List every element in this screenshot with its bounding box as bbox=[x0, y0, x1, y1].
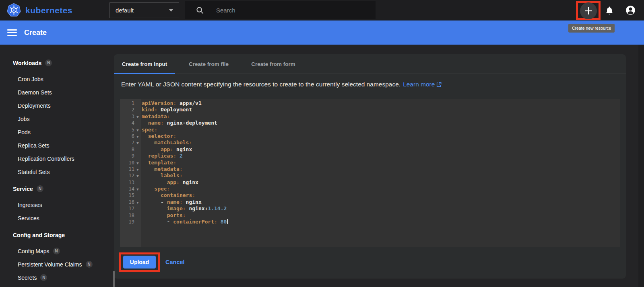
fold-arrow-icon[interactable]: ▼ bbox=[134, 133, 141, 140]
notifications-button[interactable] bbox=[604, 0, 615, 20]
code-line: 9 replicas: 2 bbox=[120, 153, 620, 159]
code-line: 5▼spec: bbox=[120, 127, 620, 133]
line-number: 15 bbox=[120, 192, 134, 199]
line-number: 2 bbox=[120, 107, 134, 113]
tab-create-from-input[interactable]: Create from input bbox=[114, 54, 175, 74]
code-line: 17 image: nginx:1.14.2 bbox=[120, 205, 620, 212]
line-number: 8 bbox=[120, 146, 134, 153]
create-panel: Create from inputCreate from fileCreate … bbox=[114, 54, 626, 279]
sidebar-group-workloads[interactable]: WorkloadsN bbox=[0, 56, 114, 70]
code-line: 16▼ - name: nginx bbox=[120, 199, 620, 205]
line-number: 13 bbox=[120, 179, 134, 186]
namespaced-badge: N bbox=[53, 248, 60, 254]
code-line: 19 - containerPort: 80 bbox=[120, 219, 620, 225]
page-scrollbar-track[interactable] bbox=[638, 45, 644, 287]
search-placeholder: Search bbox=[216, 7, 235, 14]
sidebar-item-jobs[interactable]: Jobs bbox=[0, 112, 114, 125]
app-title: kubernetes bbox=[25, 6, 72, 15]
code-lines: 1apiVersion: apps/v12kind: Deployment3▼m… bbox=[120, 99, 620, 225]
kubernetes-logo[interactable]: kubernetes bbox=[6, 3, 72, 18]
line-number: 18 bbox=[120, 212, 134, 219]
upload-button[interactable]: Upload bbox=[123, 256, 156, 269]
line-number: 4 bbox=[120, 120, 134, 126]
tab-create-from-file[interactable]: Create from file bbox=[175, 54, 242, 74]
kubernetes-dashboard: kubernetes default Search bbox=[0, 0, 644, 287]
kubernetes-logo-icon bbox=[6, 3, 21, 18]
fold-arrow-icon[interactable]: ▼ bbox=[134, 199, 141, 206]
sidebar-item-services[interactable]: Services bbox=[0, 211, 114, 225]
learn-more-label: Learn more bbox=[403, 80, 435, 89]
fold-arrow-icon[interactable]: ▼ bbox=[134, 173, 141, 179]
code-line: 6▼ selector: bbox=[120, 133, 620, 139]
fold-arrow-icon[interactable]: ▼ bbox=[134, 186, 141, 193]
sidebar-item-daemon-sets[interactable]: Daemon Sets bbox=[0, 86, 114, 99]
line-number: 6 bbox=[120, 133, 134, 139]
top-bar: kubernetes default Search bbox=[0, 0, 644, 20]
plus-icon bbox=[584, 6, 593, 15]
code-line: 11▼ metadata: bbox=[120, 166, 620, 172]
line-number: 10 bbox=[120, 160, 134, 166]
line-number: 19 bbox=[120, 219, 134, 225]
form-actions: Upload Cancel bbox=[119, 252, 185, 272]
code-line: 1apiVersion: apps/v1 bbox=[120, 100, 620, 107]
code-line: 18 ports: bbox=[120, 212, 620, 219]
fold-arrow-icon[interactable]: ▼ bbox=[134, 166, 141, 173]
tooltip-create-new-resource: Create new resource bbox=[568, 24, 615, 33]
sidebar-item-cron-jobs[interactable]: Cron Jobs bbox=[0, 72, 114, 86]
active-tab-indicator bbox=[114, 73, 175, 74]
description-row: Enter YAML or JSON content specifying th… bbox=[121, 80, 442, 89]
namespace-selector[interactable]: default bbox=[109, 2, 179, 18]
code-line: 13 app: nginx bbox=[120, 179, 620, 186]
sidebar-group-config-and-storage[interactable]: Config and Storage bbox=[0, 228, 114, 242]
line-number: 7 bbox=[120, 139, 134, 146]
sidebar-item-replication-controllers[interactable]: Replication Controllers bbox=[0, 152, 114, 165]
annotation-box-upload: Upload bbox=[119, 252, 160, 272]
sidebar-scrollbar[interactable] bbox=[113, 271, 115, 287]
sidebar-item-pods[interactable]: Pods bbox=[0, 125, 114, 139]
code-line: 2kind: Deployment bbox=[120, 107, 620, 113]
yaml-editor[interactable]: 1apiVersion: apps/v12kind: Deployment3▼m… bbox=[120, 99, 620, 247]
fold-arrow-icon[interactable]: ▼ bbox=[134, 160, 141, 166]
code-line: 3▼metadata: bbox=[120, 113, 620, 120]
fold-arrow-icon[interactable]: ▼ bbox=[134, 127, 141, 133]
namespaced-badge: N bbox=[37, 185, 43, 192]
sidebar-nav: WorkloadsNCron JobsDaemon SetsDeployment… bbox=[0, 45, 114, 287]
annotation-box-create bbox=[576, 1, 601, 20]
code-line: 12▼ labels: bbox=[120, 172, 620, 179]
code-line: 10▼ template: bbox=[120, 160, 620, 166]
learn-more-link[interactable]: Learn more bbox=[403, 80, 442, 89]
tab-create-from-form[interactable]: Create from form bbox=[242, 54, 304, 74]
code-line: 4 name: nginx-deployment bbox=[120, 120, 620, 126]
text-cursor bbox=[227, 219, 228, 224]
fold-arrow-icon[interactable]: ▼ bbox=[134, 140, 141, 146]
sidebar-item-secrets[interactable]: SecretsN bbox=[0, 271, 114, 284]
code-line: 15 containers: bbox=[120, 192, 620, 199]
line-number: 14 bbox=[120, 186, 134, 192]
sidebar-group-service[interactable]: ServiceN bbox=[0, 182, 114, 195]
account-circle-icon bbox=[625, 5, 636, 16]
fold-arrow-icon[interactable]: ▼ bbox=[134, 114, 141, 120]
create-new-resource-button[interactable] bbox=[580, 2, 597, 19]
cancel-button[interactable]: Cancel bbox=[165, 259, 185, 265]
code-line: 8 app: nginx bbox=[120, 146, 620, 153]
line-number: 12 bbox=[120, 172, 134, 179]
bell-icon bbox=[605, 6, 614, 15]
line-number: 9 bbox=[120, 153, 134, 159]
menu-icon[interactable] bbox=[7, 29, 17, 36]
sidebar-item-config-maps[interactable]: Config MapsN bbox=[0, 244, 114, 258]
account-button[interactable] bbox=[625, 0, 636, 20]
namespaced-badge: N bbox=[86, 261, 93, 268]
line-number: 17 bbox=[120, 205, 134, 212]
sidebar-item-ingresses[interactable]: Ingresses bbox=[0, 198, 114, 211]
sidebar-item-replica-sets[interactable]: Replica Sets bbox=[0, 139, 114, 152]
sidebar-item-deployments[interactable]: Deployments bbox=[0, 99, 114, 112]
tab-bar: Create from inputCreate from fileCreate … bbox=[114, 54, 626, 74]
description-text: Enter YAML or JSON content specifying th… bbox=[121, 80, 400, 89]
action-bar: Create bbox=[0, 20, 644, 45]
sidebar-item-stateful-sets[interactable]: Stateful Sets bbox=[0, 165, 114, 178]
code-line: 14▼ spec: bbox=[120, 186, 620, 192]
line-number: 16 bbox=[120, 199, 134, 205]
search-input[interactable]: Search bbox=[185, 1, 376, 19]
namespaced-badge: N bbox=[40, 274, 47, 281]
sidebar-item-persistent-volume-claims[interactable]: Persistent Volume ClaimsN bbox=[0, 258, 114, 271]
